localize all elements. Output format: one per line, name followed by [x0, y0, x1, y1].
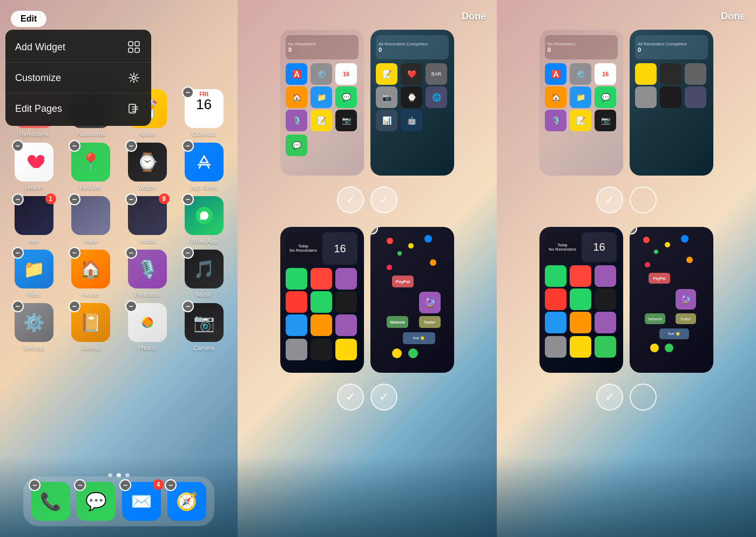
app-appstore[interactable]: − App Store [185, 143, 224, 191]
svg-rect-1 [135, 42, 139, 46]
app-home[interactable]: − 🏠 Home [71, 250, 110, 298]
page-manager-3: No Reminders0 🅰️ ⚙️ 16 🏠 📁 💬 🎙️ 📝 📷 [497, 30, 756, 537]
remove-badge[interactable]: − [182, 247, 194, 259]
app-health[interactable]: − Health [15, 143, 53, 191]
dock: − 📞 − 💬 − ✉️ 4 − 🧭 [23, 476, 214, 526]
edit-pages-label: Edit Pages [15, 103, 62, 115]
page-thumb-4[interactable]: − PayPal 🔮 Network Tools+ [370, 227, 454, 373]
remove-badge[interactable]: − [182, 300, 194, 312]
edit-button[interactable]: Edit [11, 11, 46, 27]
app-camera[interactable]: − 📷 Camera [185, 303, 224, 351]
watch-label: Watch [139, 184, 156, 191]
customize-icon [126, 70, 141, 85]
s3-page-thumb-1[interactable]: No Reminders0 🅰️ ⚙️ 16 🏠 📁 💬 🎙️ 📝 📷 [539, 30, 623, 176]
app-grid: − 📋 Reminders − 🔑 Passwords − 📝 Notes − … [5, 89, 232, 357]
files-label: Files [28, 291, 40, 298]
remove-badge[interactable]: − [69, 247, 80, 259]
remove-badge[interactable]: − [74, 479, 86, 491]
checkmark-row-top: ✓ ✓ [337, 186, 397, 213]
app-photos[interactable]: − Photos [128, 303, 167, 351]
app-findmy[interactable]: − 📍 Find My [71, 143, 110, 191]
notes-label: Notes [139, 131, 155, 137]
s3-page-thumb-2[interactable]: All Reminders Completed0 [630, 30, 713, 176]
s3-checkmark-1[interactable]: ✓ [596, 186, 623, 213]
remove-badge[interactable]: − [125, 247, 137, 259]
svg-rect-3 [135, 48, 139, 52]
app-bank[interactable]: − .bank [71, 196, 110, 244]
customize-label: Customize [15, 72, 61, 84]
remove-badge[interactable]: − [12, 140, 24, 152]
app-row-3: − 1 .dev − [5, 196, 232, 244]
home-label: Home [83, 291, 98, 298]
remove-badge[interactable]: − [69, 193, 80, 205]
app-dev[interactable]: − 1 .dev [15, 196, 53, 244]
done-button-2[interactable]: Done [462, 11, 486, 22]
page-thumb-1[interactable]: No Reminders0 🅰️ ⚙️ 16 🏠 📁 💬 🎙️ 📝 📷 [280, 30, 364, 176]
context-menu: Add Widget Customize Edit Pages [5, 30, 151, 126]
checkmark-2[interactable]: ✓ [370, 186, 397, 213]
screen3: Done No Reminders0 🅰️ ⚙️ 16 🏠 📁 💬 [497, 0, 756, 537]
dock-phone[interactable]: − 📞 [31, 482, 70, 521]
app-whatsapp[interactable]: − WhatsApp [185, 196, 224, 244]
whatsapp-label: WhatsApp [190, 238, 218, 244]
checkmark-3[interactable]: ✓ [337, 384, 364, 411]
remove-badge[interactable]: − [125, 140, 137, 152]
page-thumb-3[interactable]: TodayNo Reminders 16 [280, 227, 364, 373]
remove-badge[interactable]: − [69, 140, 80, 152]
app-journal[interactable]: − 📔 Journal [71, 303, 110, 351]
findmy-label: Find My [80, 184, 101, 191]
page-thumb-2[interactable]: All Reminders Completed0 📝 ❤️ BAR 📷 ⌚ 🌐 … [370, 30, 454, 176]
checkmark-1[interactable]: ✓ [337, 186, 364, 213]
app-calendar[interactable]: − FRI 16 Calendar [185, 89, 224, 137]
pages-icon [126, 101, 141, 116]
s3-page-thumb-4[interactable]: − PayPal 🔮 Network Tools+ hue 🌟 [630, 227, 713, 373]
s3-checkmark-3[interactable]: ✓ [596, 384, 623, 411]
remove-badge[interactable]: − [119, 479, 131, 491]
dock-mail[interactable]: − ✉️ 4 [122, 482, 161, 521]
camera-label: Camera [193, 345, 214, 351]
app-social[interactable]: − 9 .social [128, 196, 167, 244]
remove-badge[interactable]: − [182, 86, 194, 98]
remove-badge[interactable]: − [165, 479, 177, 491]
checkmark-4[interactable]: ✓ [370, 384, 397, 411]
add-widget-label: Add Widget [15, 42, 65, 53]
pages-row-bottom: TodayNo Reminders 16 [280, 227, 454, 373]
s3-page-thumb-3[interactable]: TodayNo Reminders 16 [539, 227, 623, 373]
svg-rect-2 [129, 48, 133, 52]
remove-badge[interactable]: − [182, 140, 194, 152]
done-button-3[interactable]: Done [721, 11, 745, 22]
bank-label: .bank [83, 238, 98, 244]
add-widget-menu-item[interactable]: Add Widget [5, 32, 151, 63]
edit-pages-menu-item[interactable]: Edit Pages [5, 93, 151, 124]
app-row-4: − 📁 Files − 🏠 Home − 🎙️ Podcasts − 🎵 Mus… [5, 250, 232, 298]
s3-checkmark-4[interactable] [630, 384, 657, 411]
s3-pages-row-top: No Reminders0 🅰️ ⚙️ 16 🏠 📁 💬 🎙️ 📝 📷 [539, 30, 713, 176]
remove-badge[interactable]: − [12, 193, 24, 205]
svg-point-4 [132, 76, 136, 79]
remove-badge[interactable]: − [125, 193, 137, 205]
app-music[interactable]: − 🎵 Music [185, 250, 224, 298]
s3-pages-row-bottom: TodayNo Reminders 16 [539, 227, 713, 373]
remove-badge[interactable]: − [29, 479, 40, 491]
app-settings[interactable]: − ⚙️ Settings [15, 303, 53, 351]
app-files[interactable]: − 📁 Files [15, 250, 53, 298]
cal-day: 16 [196, 97, 212, 111]
app-watch[interactable]: − ⌚ Watch [128, 143, 167, 191]
podcasts-label: Podcasts [135, 291, 159, 298]
remove-badge[interactable]: − [69, 300, 80, 312]
dock-safari[interactable]: − 🧭 [167, 482, 206, 521]
customize-menu-item[interactable]: Customize [5, 63, 151, 93]
pages-row-top: No Reminders0 🅰️ ⚙️ 16 🏠 📁 💬 🎙️ 📝 📷 [280, 30, 454, 176]
dock-messages[interactable]: − 💬 [77, 482, 116, 521]
widget-icon [126, 39, 141, 55]
s3-checkmark-2[interactable] [630, 186, 657, 213]
passwords-label: Passwords [76, 131, 105, 137]
app-podcasts[interactable]: − 🎙️ Podcasts [128, 250, 167, 298]
remove-badge[interactable]: − [12, 300, 24, 312]
s3-checkmark-row-bottom: ✓ [596, 384, 657, 411]
social-badge: 9 [159, 193, 170, 204]
remove-badge[interactable]: − [125, 300, 137, 312]
remove-badge[interactable]: − [182, 193, 194, 205]
social-label: .social [139, 238, 156, 244]
remove-badge[interactable]: − [12, 247, 24, 259]
